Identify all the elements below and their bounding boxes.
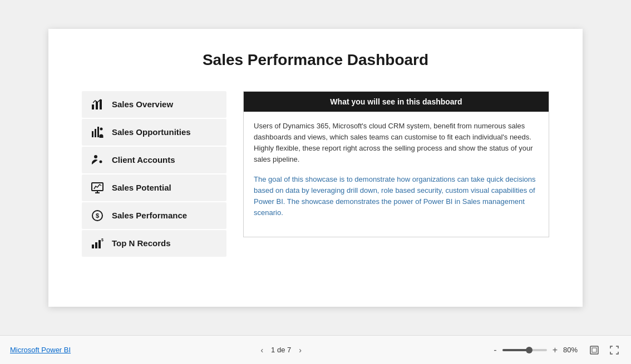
nav-item-sales-performance[interactable]: $ Sales Performance [82, 202, 226, 229]
bottom-center: ‹ 1 de 7 › [257, 343, 305, 357]
main-area: Sales Performance Dashboard Sales Overvi… [0, 0, 631, 335]
page-separator: de [277, 346, 285, 354]
zoom-slider-fill [502, 349, 529, 351]
svg-rect-0 [92, 104, 94, 109]
page-container: Sales Performance Dashboard Sales Overvi… [48, 29, 583, 307]
info-panel-body: Users of Dynamics 365, Microsoft's cloud… [244, 112, 549, 237]
zoom-label: 80% [563, 346, 581, 354]
info-panel: What you will see in this dashboard User… [243, 91, 549, 237]
bottom-bar: Microsoft Power BI ‹ 1 de 7 › - + 80% [0, 335, 631, 364]
svg-text:$: $ [101, 238, 103, 242]
content-area: Sales Overview Sales Opportunities [82, 91, 549, 257]
bar-chart-up-icon [90, 97, 105, 112]
svg-rect-5 [95, 129, 96, 137]
svg-rect-20 [592, 348, 597, 352]
monitor-chart-icon [90, 180, 105, 196]
zoom-controls: - + 80% [491, 345, 581, 356]
people-settings-icon [90, 152, 105, 168]
info-panel-header: What you will see in this dashboard [244, 92, 549, 112]
zoom-in-button[interactable]: + [550, 345, 560, 356]
bar-chart-people-icon [90, 124, 105, 140]
power-bi-link[interactable]: Microsoft Power BI [10, 346, 71, 354]
svg-text:$: $ [96, 212, 99, 219]
page-title: Sales Performance Dashboard [203, 51, 428, 69]
fullscreen-button[interactable] [608, 343, 621, 357]
nav-label-sales-performance: Sales Performance [112, 211, 187, 220]
nav-label-top-n-records: Top N Records [112, 238, 171, 248]
svg-rect-19 [590, 346, 598, 354]
svg-rect-4 [92, 131, 93, 137]
zoom-slider-thumb [526, 347, 533, 353]
info-paragraph-2: The goal of this showcase is to demonstr… [254, 174, 539, 219]
bottom-right: - + 80% [491, 343, 621, 357]
svg-point-7 [100, 127, 103, 130]
fullscreen-icon [610, 346, 619, 355]
nav-list: Sales Overview Sales Opportunities [82, 91, 226, 257]
zoom-slider-track[interactable] [502, 349, 547, 351]
nav-item-client-accounts[interactable]: Client Accounts [82, 147, 226, 173]
info-paragraph-1: Users of Dynamics 365, Microsoft's cloud… [254, 121, 539, 166]
nav-item-sales-potential[interactable]: Sales Potential [82, 174, 226, 201]
svg-point-8 [94, 155, 97, 158]
svg-point-9 [100, 160, 102, 163]
nav-label-sales-opportunities: Sales Opportunities [112, 127, 191, 137]
nav-item-sales-opportunities[interactable]: Sales Opportunities [82, 119, 226, 146]
svg-rect-2 [100, 99, 102, 109]
svg-rect-17 [98, 240, 101, 248]
page-prev-button[interactable]: ‹ [257, 343, 267, 357]
page-total: 7 [287, 346, 291, 354]
fit-page-icon [590, 346, 599, 355]
bar-chart-dollar-icon: $ [90, 236, 105, 251]
svg-rect-1 [96, 102, 98, 109]
svg-rect-6 [97, 127, 99, 137]
page-next-button[interactable]: › [295, 343, 305, 357]
nav-item-sales-overview[interactable]: Sales Overview [82, 91, 226, 118]
nav-label-client-accounts: Client Accounts [112, 155, 175, 164]
bottom-left: Microsoft Power BI [10, 346, 71, 354]
page-current: 1 [271, 346, 275, 354]
nav-label-sales-potential: Sales Potential [112, 183, 171, 192]
svg-rect-15 [92, 245, 94, 248]
page-indicator: 1 de 7 [271, 346, 291, 354]
zoom-out-button[interactable]: - [491, 345, 499, 356]
svg-rect-16 [95, 242, 97, 248]
fit-page-button[interactable] [588, 343, 601, 357]
dollar-circle-icon: $ [90, 208, 105, 223]
nav-item-top-n-records[interactable]: $ Top N Records [82, 230, 226, 257]
nav-label-sales-overview: Sales Overview [112, 99, 173, 109]
